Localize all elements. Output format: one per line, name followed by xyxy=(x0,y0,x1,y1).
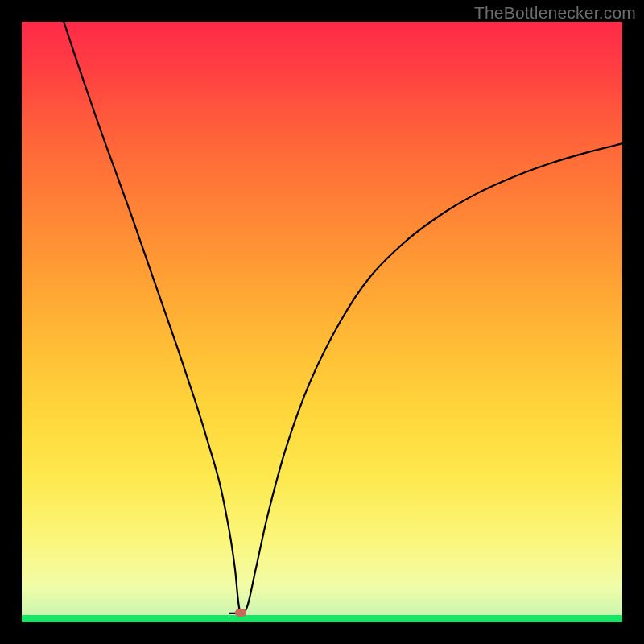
curve-svg xyxy=(22,22,622,622)
plot-area xyxy=(22,22,622,622)
chart-frame: TheBottlenecker.com xyxy=(0,0,644,644)
attribution-text: TheBottlenecker.com xyxy=(474,3,636,23)
bottleneck-curve xyxy=(64,22,622,614)
minimum-marker xyxy=(235,609,246,617)
